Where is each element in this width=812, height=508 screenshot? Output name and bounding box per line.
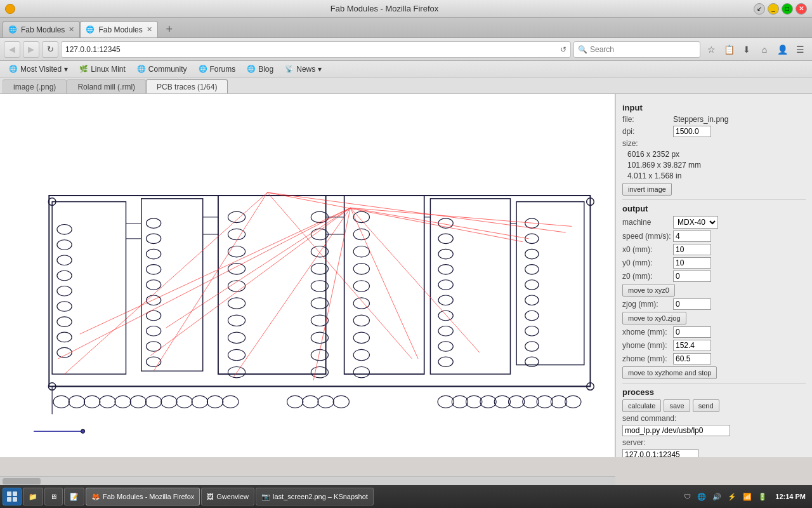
canvas-area[interactable] xyxy=(0,94,615,457)
news-dropdown: ▾ xyxy=(318,65,322,74)
most-visited-label: Most Visited xyxy=(20,65,62,74)
wifi-icon[interactable]: 📶 xyxy=(741,493,754,501)
menu-button[interactable]: ☰ xyxy=(792,41,808,58)
tab-1[interactable]: 🌐 Fab Modules ✕ xyxy=(3,21,80,37)
shield-icon[interactable]: 🛡 xyxy=(682,493,693,500)
zhome-input[interactable] xyxy=(673,353,711,364)
pocket-button[interactable]: ⬇ xyxy=(738,41,755,58)
wm-minimize[interactable]: _ xyxy=(768,3,779,15)
bookmark-forums[interactable]: 🌐 Forums xyxy=(193,62,241,76)
move-xy0zjog-button[interactable]: move to xy0.zjog xyxy=(622,312,686,324)
server-row xyxy=(622,449,806,457)
bookmark-blog[interactable]: 🌐 Blog xyxy=(242,62,278,76)
wm-close[interactable]: ✕ xyxy=(796,3,807,15)
file-row: file: Steppers_in.png xyxy=(622,115,806,124)
move-xyzhome-button[interactable]: move to xyzhome and stop xyxy=(622,366,717,379)
size-in: 4.011 x 1.568 in xyxy=(627,171,681,180)
speed-input[interactable] xyxy=(673,231,711,242)
linux-mint-label: Linux Mint xyxy=(91,65,126,74)
taskbar-start-button[interactable] xyxy=(3,488,22,505)
scrollbar-h-thumb[interactable] xyxy=(3,478,41,485)
home-button[interactable]: ⌂ xyxy=(756,41,773,58)
content-tab-image[interactable]: image (.png) xyxy=(3,79,67,93)
yhome-row: yhome (mm): xyxy=(622,340,806,351)
bookmark-star-button[interactable]: ☆ xyxy=(703,41,719,58)
back-button[interactable]: ◀ xyxy=(4,41,20,58)
zjog-row: zjog (mm): xyxy=(622,298,806,310)
invert-image-button[interactable]: invert image xyxy=(622,183,672,196)
z0-input[interactable] xyxy=(673,271,711,282)
tab-1-label: Fab Modules xyxy=(21,25,65,34)
dpi-row: dpi: xyxy=(622,126,806,137)
tab-2-close[interactable]: ✕ xyxy=(147,25,152,34)
machine-select[interactable]: MDX-40 xyxy=(673,216,718,229)
send-command-input[interactable] xyxy=(622,425,730,436)
dpi-input[interactable] xyxy=(673,126,711,137)
size-label: size: xyxy=(622,139,673,148)
forums-label: Forums xyxy=(210,65,236,74)
calculate-button[interactable]: calculate xyxy=(622,399,661,412)
send-button[interactable]: send xyxy=(693,399,719,412)
x0-input[interactable] xyxy=(673,244,711,255)
taskbar-files-button[interactable]: 📁 xyxy=(23,488,43,505)
address-bar[interactable]: ↺ xyxy=(61,41,571,58)
bookmark-list-button[interactable]: 📋 xyxy=(721,41,737,58)
move-xyz0-row: move to xyz0 xyxy=(622,284,806,297)
taskbar-terminal-button[interactable]: 🖥 xyxy=(44,488,63,505)
wm-unmaximize[interactable]: ↙ xyxy=(754,3,765,15)
tab-2[interactable]: 🌐 Fab Modules ✕ xyxy=(80,21,157,37)
zjog-label: zjog (mm): xyxy=(622,300,673,309)
battery-icon[interactable]: 🔋 xyxy=(756,493,769,501)
server-input[interactable] xyxy=(622,449,698,457)
address-reload-icon[interactable]: ↺ xyxy=(560,45,566,54)
network-icon[interactable]: 🌐 xyxy=(695,493,708,501)
output-section-title: output xyxy=(622,204,806,213)
speed-row: speed (mm/s): xyxy=(622,231,806,242)
bluetooth-icon[interactable]: ⚡ xyxy=(726,493,738,501)
taskbar-firefox-button[interactable]: 🦊 Fab Modules - Mozilla Firefox xyxy=(86,488,200,505)
y0-input[interactable] xyxy=(673,257,711,269)
new-tab-button[interactable]: + xyxy=(160,21,178,37)
search-input[interactable] xyxy=(590,45,696,54)
move-xyz0-button[interactable]: move to xyz0 xyxy=(622,284,675,297)
z0-row: z0 (mm): xyxy=(622,271,806,282)
svg-rect-139 xyxy=(13,497,17,502)
bookmark-linux-mint[interactable]: 🌿 Linux Mint xyxy=(74,62,131,76)
bookmark-community[interactable]: 🌐 Community xyxy=(132,62,192,76)
input-section-title: input xyxy=(622,103,806,112)
forward-button[interactable]: ▶ xyxy=(23,41,39,58)
reload-button[interactable]: ↻ xyxy=(42,41,58,58)
avatar-button[interactable]: 👤 xyxy=(774,41,790,58)
taskbar-ksnapshot-button[interactable]: 📷 last_screen2.png – KSnapshot xyxy=(256,488,374,505)
y0-row: y0 (mm): xyxy=(622,257,806,269)
svg-point-131 xyxy=(81,429,85,433)
clock: 12:14 PM xyxy=(771,493,809,500)
xhome-input[interactable] xyxy=(673,326,711,338)
machine-row: machine MDX-40 xyxy=(622,216,806,229)
community-label: Community xyxy=(148,65,187,74)
blog-icon: 🌐 xyxy=(247,65,256,73)
horizontal-scrollbar[interactable] xyxy=(0,476,615,485)
titlebar-left xyxy=(5,4,15,14)
wm-maximize[interactable]: □ xyxy=(782,3,793,15)
taskbar-text-button[interactable]: 📝 xyxy=(64,488,84,505)
save-button[interactable]: save xyxy=(664,399,690,412)
address-input[interactable] xyxy=(65,45,558,54)
send-command-label-row: send command: xyxy=(622,414,806,423)
tab-1-close[interactable]: ✕ xyxy=(69,25,74,34)
invert-btn-row: invert image xyxy=(622,183,806,196)
content-tab-mill[interactable]: Roland mill (.rml) xyxy=(67,79,146,93)
bookmark-news[interactable]: 📡 News ▾ xyxy=(280,62,327,76)
speaker-icon[interactable]: 🔊 xyxy=(710,493,723,501)
zhome-label: zhome (mm): xyxy=(622,354,673,363)
content-tab-pcb[interactable]: PCB traces (1/64) xyxy=(146,79,228,93)
content-tabs: image (.png) Roland mill (.rml) PCB trac… xyxy=(0,77,812,94)
taskbar-gwenview-button[interactable]: 🖼 Gwenview xyxy=(201,488,254,505)
yhome-input[interactable] xyxy=(673,340,711,351)
xhome-label: xhome (mm): xyxy=(622,328,673,337)
search-bar[interactable]: 🔍 xyxy=(573,41,700,58)
community-icon: 🌐 xyxy=(137,65,146,73)
window-controls: ↙ _ □ ✕ xyxy=(754,3,807,15)
bookmark-most-visited[interactable]: 🌐 Most Visited ▾ xyxy=(4,62,73,76)
zjog-input[interactable] xyxy=(673,298,711,310)
